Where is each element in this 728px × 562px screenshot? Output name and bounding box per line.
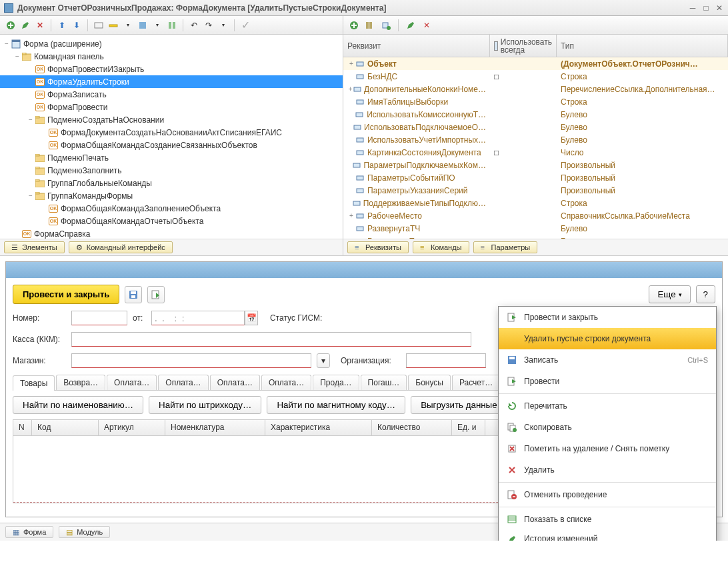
grid-col-header[interactable]: Номенклатура xyxy=(165,420,265,435)
sub-tab[interactable]: Товары xyxy=(13,375,55,391)
sub-tab[interactable]: Оплата… xyxy=(158,375,208,390)
minimize-icon[interactable]: ─ xyxy=(688,3,697,13)
grid-col-header[interactable]: Артикул xyxy=(99,420,165,435)
kassa-input[interactable] xyxy=(71,332,471,347)
menu-item[interactable]: Удалить пустые строки документа xyxy=(499,328,716,349)
tree-item[interactable]: OKФормаСправка xyxy=(0,227,343,239)
tool5-icon[interactable]: ▾ xyxy=(217,19,230,32)
sub-tab[interactable]: Оплата… xyxy=(261,375,311,390)
export-button[interactable]: Выгрузить данные xyxy=(411,396,507,414)
shop-open-icon[interactable]: ▾ xyxy=(317,353,330,368)
sub-tab[interactable]: Расчет… xyxy=(452,375,500,390)
menu-item[interactable]: Провести xyxy=(499,371,716,392)
help-button[interactable]: ? xyxy=(696,285,715,303)
tree-item[interactable]: OKФормаОбщаяКомандаЗаполнениеОбъекта xyxy=(0,202,343,215)
redo-icon[interactable]: ↷ xyxy=(202,19,215,32)
tool2b-icon[interactable]: ▾ xyxy=(121,19,135,32)
r-add-icon[interactable] xyxy=(347,19,361,32)
up-icon[interactable]: ⬆ xyxy=(55,19,69,32)
calendar-icon[interactable]: 📅 xyxy=(245,311,258,325)
tool1-icon[interactable] xyxy=(92,19,105,32)
grid-col-header[interactable]: Количество xyxy=(372,420,452,435)
attr-row[interactable]: РазвернутаТЧБулево xyxy=(343,222,728,235)
tab-module[interactable]: ▤Модуль xyxy=(59,526,110,538)
tool2-icon[interactable] xyxy=(107,19,120,32)
menu-item[interactable]: Скопировать xyxy=(499,417,716,438)
sub-tab[interactable]: Оплата… xyxy=(210,375,260,390)
edit-icon[interactable] xyxy=(19,19,32,32)
more-button[interactable]: Еще▾ xyxy=(649,285,690,303)
attr-row[interactable]: ИспользоватьУчетИмпортных…Булево xyxy=(343,133,728,146)
find-card-button[interactable]: Найти по магнитному коду… xyxy=(267,396,405,414)
tree-item[interactable]: OKФормаПровести xyxy=(0,101,343,113)
save-button[interactable] xyxy=(125,286,142,303)
grid-col-header[interactable]: Ед. и xyxy=(452,420,485,435)
find-name-button[interactable]: Найти по наименованию… xyxy=(13,396,143,414)
tree-item[interactable]: −ПодменюСоздатьНаОсновании xyxy=(0,113,343,126)
tree-root[interactable]: − Форма (расширение) xyxy=(0,37,343,50)
menu-item[interactable]: Показать в списке xyxy=(499,509,716,530)
tree-item[interactable]: OKФормаЗаписать xyxy=(0,88,343,101)
attr-row[interactable]: +ДополнительныеКолонкиНоме…ПеречислениеС… xyxy=(343,83,728,95)
tree-item[interactable]: OKФормаОбщаяКомандаОтчетыОбъекта xyxy=(0,215,343,227)
check-icon[interactable]: ✓ xyxy=(239,19,252,32)
attr-row[interactable]: ИмяТаблицыВыборкиСтрока xyxy=(343,95,728,108)
attr-row[interactable]: ИспользоватьКомиссионнуюТ…Булево xyxy=(343,108,728,121)
sub-tab[interactable]: Бонусы xyxy=(408,375,451,390)
sub-tab[interactable]: Возвра… xyxy=(56,375,105,390)
menu-item[interactable]: Отменить проведение xyxy=(499,484,716,505)
add-icon[interactable] xyxy=(4,19,17,32)
menu-item[interactable]: История изменений xyxy=(499,530,716,541)
attr-row[interactable]: ПараметрыУказанияСерийПроизвольный xyxy=(343,184,728,197)
org-input[interactable] xyxy=(406,353,486,368)
tree-item[interactable]: ПодменюПечать xyxy=(0,151,343,164)
grid-col-header[interactable]: Код xyxy=(32,420,99,435)
attr-row[interactable]: +РабочееМестоСправочникСсылка.РабочиеМес… xyxy=(343,209,728,222)
attr-row[interactable]: ПараметрыСобытийПОПроизвольный xyxy=(343,171,728,184)
down-icon[interactable]: ⬇ xyxy=(70,19,83,32)
tree-item[interactable]: OKФормаОбщаяКомандаСозданиеСвязанныхОбъе… xyxy=(0,139,343,151)
tree-item[interactable]: −Командная панель xyxy=(0,50,343,63)
menu-item[interactable]: ЗаписатьCtrl+S xyxy=(499,349,716,371)
post-and-close-button[interactable]: Провести и закрыть xyxy=(13,285,119,304)
attr-row[interactable]: ИспользоватьПодключаемоеО…Булево xyxy=(343,121,728,133)
r-add2-icon[interactable] xyxy=(379,19,393,32)
tree-item[interactable]: OKФормаДокументаСоздатьНаОснованииАктСпи… xyxy=(0,126,343,139)
attr-row[interactable]: ПараметрыПодключаемыхКом…Произвольный xyxy=(343,159,728,171)
tree-item[interactable]: OKФормаУдалитьСтроки xyxy=(0,75,343,88)
tree-item[interactable]: ПодменюЗаполнить xyxy=(0,164,343,177)
delete-icon[interactable]: ✕ xyxy=(33,19,47,32)
r-edit-icon[interactable] xyxy=(404,19,417,32)
attr-row[interactable]: +Объект(ДокументОбъект.ОтчетОРознич… xyxy=(343,57,728,70)
grid-col-header[interactable]: N xyxy=(13,420,32,435)
find-barcode-button[interactable]: Найти по штрихкоду… xyxy=(149,396,261,414)
close-icon[interactable]: ✕ xyxy=(715,3,724,13)
tool3b-icon[interactable]: ▾ xyxy=(151,19,164,32)
r-cols-icon[interactable] xyxy=(363,19,377,32)
number-input[interactable] xyxy=(71,311,127,325)
menu-item[interactable]: Пометить на удаление / Снять пометку xyxy=(499,438,716,459)
tab-cmd-interface[interactable]: ⚙Командный интерфейс xyxy=(69,241,173,253)
r-delete-icon[interactable]: ✕ xyxy=(420,19,433,32)
shop-input[interactable] xyxy=(71,353,311,368)
tree-item[interactable]: OKФормаПровестиИЗакрыть xyxy=(0,63,343,75)
attr-row[interactable]: ПоддерживаемыеТипыПодклю…Строка xyxy=(343,197,728,209)
maximize-icon[interactable]: □ xyxy=(701,3,711,13)
undo-icon[interactable]: ↶ xyxy=(187,19,201,32)
tab-cmds[interactable]: ≡Команды xyxy=(413,241,469,253)
menu-item[interactable]: Перечитать xyxy=(499,395,716,417)
attr-row[interactable]: БезНДС□Строка xyxy=(343,70,728,83)
grid-col-header[interactable]: Характеристика xyxy=(265,420,372,435)
menu-item[interactable]: Провести и закрыть xyxy=(499,307,716,328)
sub-tab[interactable]: Прода… xyxy=(313,375,359,390)
tool3-icon[interactable] xyxy=(136,19,149,32)
tool4-icon[interactable] xyxy=(165,19,179,32)
tab-form[interactable]: ▦Форма xyxy=(5,526,53,538)
post-button[interactable] xyxy=(147,286,165,303)
menu-item[interactable]: Удалить xyxy=(499,459,716,481)
tab-attrs[interactable]: ≡Реквизиты xyxy=(347,241,409,253)
tree-item[interactable]: ГруппаГлобальныеКоманды xyxy=(0,177,343,189)
sub-tab[interactable]: Оплата… xyxy=(107,375,157,390)
date-input[interactable] xyxy=(151,311,245,325)
tree-item[interactable]: −ГруппаКомандыФормы xyxy=(0,189,343,202)
